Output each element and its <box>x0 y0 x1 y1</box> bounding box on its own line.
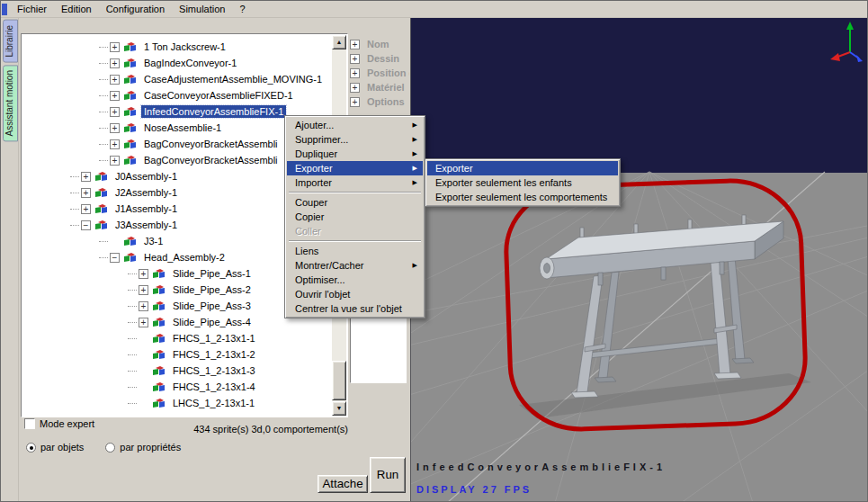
tree-item-label[interactable]: J3-1 <box>141 235 166 247</box>
3d-viewport[interactable]: InfeedConveyorAssemblieFIX-1 DISPLAY 27 … <box>410 18 868 502</box>
context-menu-item-centrer-la-vue-sur-l-objet[interactable]: Centrer la vue sur l'objet <box>287 301 423 316</box>
radio-on-icon[interactable] <box>26 443 36 453</box>
property-item-mat-riel[interactable]: +Matériel <box>350 80 409 94</box>
property-item-nom[interactable]: +Nom <box>350 37 409 51</box>
tree-row[interactable]: FHCS_1_2-13x1-4 <box>22 379 332 395</box>
expand-icon[interactable]: + <box>81 172 91 182</box>
radio-par-objets[interactable]: par objets <box>26 442 84 453</box>
expand-icon[interactable]: + <box>110 75 120 85</box>
property-item-options[interactable]: +Options <box>350 94 409 109</box>
collapse-icon[interactable]: − <box>110 253 120 263</box>
tree-item-label[interactable]: Slide_Pipe_Ass-2 <box>170 283 254 296</box>
context-menu-item-supprimer[interactable]: Supprimer...▶ <box>287 132 423 147</box>
menu-configuration[interactable]: Configuration <box>99 2 172 16</box>
tree-connector <box>128 371 137 372</box>
run-button[interactable]: Run <box>370 457 406 493</box>
tree-item-label[interactable]: 1 Ton Jackscrew-1 <box>141 40 228 53</box>
context-menu-item-optimiser[interactable]: Optimiser... <box>287 273 423 287</box>
expand-icon[interactable]: + <box>81 204 91 214</box>
context-menu-item-importer[interactable]: Importer▶ <box>287 175 423 190</box>
tree-item-label[interactable]: LHCS_1_2-13x1-1 <box>170 397 257 409</box>
tree-item-label[interactable]: BagIndexConveyor-1 <box>141 57 239 69</box>
tree-item-label[interactable]: FHCS_1_2-13x1-2 <box>170 348 258 361</box>
expand-icon[interactable]: + <box>110 123 120 133</box>
context-menu-item-montrer-cacher[interactable]: Montrer/Cacher▶ <box>287 258 423 273</box>
tree-row[interactable]: +BagIndexConveyor-1 <box>22 55 332 71</box>
radio-off-icon[interactable] <box>105 443 115 453</box>
context-menu-item-ajouter[interactable]: Ajouter...▶ <box>287 118 423 132</box>
expand-icon[interactable]: + <box>350 54 360 64</box>
tree-item-label[interactable]: J0Assembly-1 <box>112 170 180 183</box>
expand-icon[interactable]: + <box>139 318 148 327</box>
tree-item-label[interactable]: InfeedConveyorAssemblieFIX-1 <box>141 105 286 118</box>
scrollbar-down-arrow-icon[interactable]: ▼ <box>332 401 346 416</box>
expand-icon[interactable]: + <box>110 139 120 149</box>
context-menu-item-copier[interactable]: Copier <box>287 210 423 224</box>
expand-icon[interactable]: + <box>350 40 360 49</box>
tree-row[interactable]: +CaseAdjustementAssemblie_MOVING-1 <box>22 71 332 87</box>
expand-icon[interactable]: + <box>110 91 120 101</box>
attache-button[interactable]: Attache <box>318 475 368 493</box>
tree-item-label[interactable]: J3Assembly-1 <box>112 219 180 231</box>
scrollbar-up-arrow-icon[interactable]: ▲ <box>332 35 346 49</box>
context-menu-item-couper[interactable]: Couper <box>287 195 423 210</box>
collapse-icon[interactable]: − <box>81 220 91 230</box>
checkbox-box[interactable] <box>24 418 35 429</box>
tree-item-label[interactable]: Slide_Pipe_Ass-1 <box>170 267 254 280</box>
submenu-item-exporter-seulement-les-comportements[interactable]: Exporter seulement les comportements <box>427 190 618 204</box>
menu-help[interactable]: ? <box>232 2 252 16</box>
tree-connector <box>99 95 108 96</box>
submenu-item-exporter[interactable]: Exporter <box>427 161 618 175</box>
expand-icon[interactable]: + <box>139 301 148 311</box>
expand-icon[interactable]: + <box>110 107 120 117</box>
menu-item-label: Montrer/Cacher <box>295 260 363 271</box>
expand-icon[interactable]: + <box>110 156 120 166</box>
expand-icon[interactable]: + <box>139 285 148 295</box>
tree-item-label[interactable]: CaseAdjustementAssemblie_MOVING-1 <box>141 73 325 85</box>
expand-icon[interactable]: + <box>350 83 360 93</box>
tree-row[interactable]: +CaseConveyorAssemblieFIXED-1 <box>22 87 332 103</box>
mode-expert-checkbox[interactable]: Mode expert <box>24 418 94 429</box>
tree-row[interactable]: FHCS_1_2-13x1-3 <box>22 363 332 379</box>
menu-simulation[interactable]: Simulation <box>172 2 232 16</box>
context-menu-item-dupliquer[interactable]: Dupliquer▶ <box>287 147 423 161</box>
property-item-dessin[interactable]: +Dessin <box>350 51 409 66</box>
expand-icon[interactable]: + <box>110 42 120 52</box>
tree-row[interactable]: FHCS_1_2-13x1-2 <box>22 346 332 363</box>
tree-connector <box>99 160 108 161</box>
tree-item-label[interactable]: J2Assembly-1 <box>112 186 180 199</box>
tree-row[interactable]: FHCS_1_2-13x1-1 <box>22 330 332 346</box>
tree-item-label[interactable]: FHCS_1_2-13x1-4 <box>170 381 258 393</box>
context-menu-item-liens[interactable]: Liens <box>287 244 423 258</box>
tree-item-label[interactable]: J1Assembly-1 <box>112 202 180 215</box>
scrollbar-thumb[interactable] <box>332 361 346 400</box>
tree-item-label[interactable]: CaseConveyorAssemblieFIXED-1 <box>141 89 296 102</box>
tree-row[interactable]: LHCS_1_2-13x1-1 <box>22 395 332 411</box>
expand-icon[interactable]: + <box>139 269 148 279</box>
context-menu-item-ouvrir-l-objet[interactable]: Ouvrir l'objet <box>287 287 423 301</box>
context-menu-item-exporter[interactable]: Exporter▶ <box>287 161 423 175</box>
submenu-item-exporter-seulement-les-enfants[interactable]: Exporter seulement les enfants <box>427 175 618 190</box>
expand-icon[interactable]: + <box>110 58 120 68</box>
side-tab-assistant-motion[interactable]: Assistant motion <box>3 65 18 141</box>
context-menu-item-coller[interactable]: Coller <box>287 224 423 238</box>
expand-icon[interactable]: + <box>81 188 91 198</box>
menu-fichier[interactable]: Fichier <box>10 2 54 16</box>
radio-par-proprietes[interactable]: par propriétés <box>105 442 181 453</box>
tree-row[interactable]: +1 Ton Jackscrew-1 <box>22 39 332 55</box>
tree-item-label[interactable]: NoseAssemblie-1 <box>141 121 224 134</box>
expand-icon[interactable]: + <box>350 68 360 78</box>
tree-item-label[interactable]: FHCS_1_2-13x1-3 <box>170 364 258 377</box>
side-tab-librairie[interactable]: Librairie <box>3 20 18 63</box>
tree-item-label[interactable]: BagConveyorBracketAssembli <box>141 154 281 166</box>
tree-item-label[interactable]: Head_Assembly-2 <box>141 251 228 264</box>
tree-item-label[interactable]: Slide_Pipe_Ass-3 <box>170 300 254 312</box>
tree-item-label[interactable]: FHCS_1_2-13x1-1 <box>170 332 258 345</box>
property-label: Nom <box>367 39 389 49</box>
expand-icon[interactable]: + <box>350 97 360 107</box>
tree-item-label[interactable]: BagConveyorBracketAssembli <box>141 138 281 150</box>
tree-item-label[interactable]: Slide_Pipe_Ass-4 <box>170 316 254 328</box>
tree-connector <box>128 306 137 307</box>
property-item-position-e[interactable]: +Position e <box>350 66 409 80</box>
menu-edition[interactable]: Edition <box>54 2 99 16</box>
